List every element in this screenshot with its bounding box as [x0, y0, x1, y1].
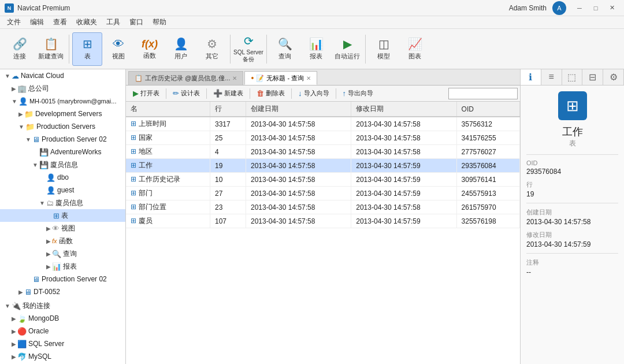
- function-button[interactable]: f(x) 函数: [135, 32, 165, 66]
- delete-table-button[interactable]: 🗑 删除表: [252, 87, 289, 100]
- tree-label-navicatcloud: Navicat Cloud: [21, 72, 64, 80]
- cell-modified: 2013-04-30 14:57:58: [351, 200, 456, 214]
- rp-tab-info[interactable]: ℹ: [521, 69, 541, 85]
- table-row[interactable]: ⊞工作历史记录 10 2013-04-30 14:57:58 2013-04-3…: [126, 173, 520, 187]
- expand-arrow-devservers[interactable]: ▶: [18, 111, 23, 117]
- expand-arrow-prodservers[interactable]: ▼: [18, 124, 24, 130]
- minimize-button[interactable]: ─: [572, 2, 587, 14]
- expand-arrow-reports[interactable]: ▶: [46, 263, 51, 270]
- tree-label-eminfo-schema: 廈员信息: [55, 198, 83, 208]
- rp-tab-ddl[interactable]: ≡: [541, 69, 562, 85]
- menu-window[interactable]: 窗口: [125, 16, 148, 28]
- schema-icon: 🗂: [46, 199, 54, 207]
- expand-arrow-mh0015[interactable]: ▼: [12, 98, 17, 105]
- tree-label-reports: 报表: [63, 262, 77, 272]
- menu-help[interactable]: 帮助: [148, 16, 171, 28]
- expand-arrow-oracle[interactable]: ▶: [12, 328, 16, 335]
- expand-arrow-ps02[interactable]: ▼: [25, 136, 31, 143]
- open-table-button[interactable]: ▶ 打开表: [128, 87, 164, 100]
- tree-navicat-cloud[interactable]: ▼ ☁ Navicat Cloud: [0, 69, 125, 82]
- tree-prodserver02[interactable]: ▼ 🖥 Production Server 02: [0, 133, 125, 146]
- menu-file[interactable]: 文件: [2, 16, 25, 28]
- expand-arrow-functions[interactable]: ▶: [46, 238, 51, 244]
- rp-tab-settings[interactable]: ⚙: [603, 69, 624, 85]
- table-row[interactable]: ⊞国家 25 2013-04-30 14:57:58 2013-04-30 14…: [126, 131, 520, 145]
- autorun-button[interactable]: ▶ 自动运行: [332, 32, 362, 66]
- tree-sqlserver[interactable]: ▶ 🟦 SQL Server: [0, 337, 125, 350]
- model-button[interactable]: ◫ 模型: [369, 32, 399, 66]
- expand-arrow-sqlserver[interactable]: ▶: [12, 341, 16, 347]
- expand-arrow-mysql[interactable]: ▶: [12, 354, 16, 360]
- tab-close-workhistory[interactable]: ✕: [232, 75, 237, 81]
- tree-oracle[interactable]: ▶ 🔴 Oracle: [0, 325, 125, 337]
- close-button[interactable]: ✕: [604, 2, 619, 14]
- new-query-button[interactable]: 📋 新建查询: [36, 32, 66, 66]
- tree-mh0015[interactable]: ▼ 👤 MH-0015 (marybrown@gmai...: [0, 95, 125, 107]
- new-table-button[interactable]: ➕ 新建表: [209, 87, 248, 100]
- expand-arrow-dt0052[interactable]: ▶: [18, 289, 23, 295]
- tree-views[interactable]: ▶ 👁 视图: [0, 222, 125, 235]
- table-row[interactable]: ⊞地区 4 2013-04-30 14:57:58 2013-04-30 14:…: [126, 145, 520, 159]
- tree-prodserver02-b[interactable]: 🖥 Production Server 02: [0, 273, 125, 285]
- table-row[interactable]: ⊞工作 19 2013-04-30 14:57:58 2013-04-30 14…: [126, 159, 520, 173]
- tab-workhistory[interactable]: 📋 工作历史记录 @廈员信息.僮... ✕: [128, 71, 243, 85]
- export-wizard-button[interactable]: ↑ 导出向导: [338, 87, 378, 100]
- table-row[interactable]: ⊞部门位置 23 2013-04-30 14:57:58 2013-04-30 …: [126, 200, 520, 214]
- tree-prodservers[interactable]: ▼ 📁 Production Servers: [0, 120, 125, 133]
- tree-company[interactable]: ▶ 🏢 总公司: [0, 82, 125, 95]
- tree-dbo[interactable]: 👤 dbo: [0, 171, 125, 184]
- expand-arrow-queries[interactable]: ▶: [46, 251, 51, 257]
- expand-arrow[interactable]: ▶: [12, 86, 16, 92]
- backup-label: SQL Server 备份: [233, 49, 263, 64]
- menu-edit[interactable]: 编辑: [25, 16, 49, 28]
- table-button[interactable]: ⊞ 表: [72, 32, 102, 66]
- tree-mysql[interactable]: ▶ 🐬 MySQL: [0, 350, 125, 363]
- tree-devservers[interactable]: ▶ 📁 Development Servers: [0, 107, 125, 120]
- expand-arrow-eminfo-schema[interactable]: ▼: [39, 200, 45, 206]
- tree-eminfo[interactable]: ▼ 💾 廈员信息: [0, 158, 125, 171]
- tab-close-query[interactable]: ✕: [306, 75, 311, 81]
- view-icon: 👁: [113, 38, 124, 51]
- tree-queries[interactable]: ▶ 🔍 查询: [0, 247, 125, 260]
- user-button[interactable]: 👤 用户: [166, 32, 196, 66]
- tab-label-workhistory: 工作历史记录 @廈员信息.僮...: [145, 74, 230, 83]
- expand-arrow-mongodb[interactable]: ▶: [12, 315, 16, 322]
- import-wizard-button[interactable]: ↓ 导入向导: [294, 87, 334, 100]
- tree-mongodb[interactable]: ▶ 🍃 MongoDB: [0, 312, 125, 325]
- tree-reports[interactable]: ▶ 📊 报表: [0, 260, 125, 273]
- expand-arrow-eminfo[interactable]: ▼: [32, 162, 38, 168]
- cell-modified: 2013-04-30 14:57:59: [351, 214, 456, 228]
- rp-tab-preview[interactable]: ⬚: [562, 69, 583, 85]
- tree-tables[interactable]: ⊞ 表: [0, 209, 125, 222]
- search-input[interactable]: [448, 88, 518, 99]
- expand-arrow[interactable]: ▼: [5, 73, 10, 79]
- rp-tab-split[interactable]: ⊟: [582, 69, 603, 85]
- table-row[interactable]: ⊞上班时间 3317 2013-04-30 14:57:58 2013-04-3…: [126, 117, 520, 131]
- view-button[interactable]: 👁 视图: [103, 32, 133, 66]
- tab-query[interactable]: • 📝 无标题 - 查询 ✕: [244, 71, 317, 85]
- menu-favorites[interactable]: 收藏夹: [72, 16, 102, 28]
- table-header-row: 名 行 创建日期 修改日期 OID: [126, 102, 520, 117]
- maximize-button[interactable]: □: [588, 2, 603, 14]
- tree-adventureworks[interactable]: 💾 AdventureWorks: [0, 146, 125, 158]
- tree-dt0052[interactable]: ▶ 🖥 DT-0052: [0, 285, 125, 298]
- table-row[interactable]: ⊞部门 27 2013-04-30 14:57:58 2013-04-30 14…: [126, 187, 520, 200]
- backup-button[interactable]: ⟳ SQL Server 备份: [233, 32, 263, 66]
- menu-view[interactable]: 查看: [49, 16, 72, 28]
- tree-eminfo-schema[interactable]: ▼ 🗂 廈员信息: [0, 196, 125, 209]
- expand-arrow-myconn[interactable]: ▼: [5, 303, 10, 309]
- tree-myconnections[interactable]: ▼ 🔌 我的连接: [0, 299, 125, 312]
- tree-functions[interactable]: ▶ fx 函数: [0, 235, 125, 247]
- other-button[interactable]: ⚙ 其它: [197, 32, 227, 66]
- tree-guest[interactable]: 👤 guest: [0, 184, 125, 196]
- user-label: 用户: [174, 52, 187, 61]
- design-table-button[interactable]: ✏ 设计表: [168, 87, 205, 100]
- table-row[interactable]: ⊞廈员 107 2013-04-30 14:57:58 2013-04-30 1…: [126, 214, 520, 228]
- function-label: 函数: [143, 51, 156, 60]
- query-button[interactable]: 🔍 查询: [270, 32, 300, 66]
- chart-button[interactable]: 📈 图表: [400, 32, 430, 66]
- report-button[interactable]: 📊 报表: [301, 32, 331, 66]
- connect-button[interactable]: 🔗 连接: [5, 32, 35, 66]
- expand-arrow-views[interactable]: ▶: [46, 225, 51, 232]
- menu-tools[interactable]: 工具: [102, 16, 125, 28]
